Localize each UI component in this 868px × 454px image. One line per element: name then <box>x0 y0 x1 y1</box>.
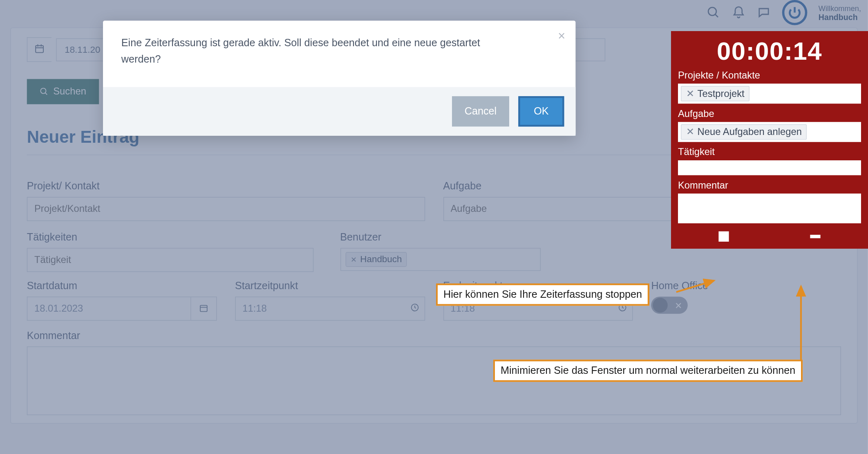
timer-project-input[interactable]: ✕ Testprojekt <box>678 83 861 103</box>
confirm-dialog: × Eine Zeiterfassung ist gerade aktiv. S… <box>103 20 575 135</box>
ok-button[interactable]: OK <box>518 96 564 126</box>
dialog-message: Eine Zeiterfassung ist gerade aktiv. Sol… <box>121 36 510 67</box>
timer-label-projects: Projekte / Kontakte <box>678 70 861 81</box>
timer-label-activity: Tätigkeit <box>678 146 861 158</box>
timer-project-tag-label: Testprojekt <box>698 88 745 99</box>
dialog-close-button[interactable]: × <box>558 29 565 43</box>
annotation-stop: Hier können Sie Ihre Zeiterfassung stopp… <box>436 283 649 306</box>
timer-activity-input[interactable] <box>678 160 861 175</box>
timer-task-input[interactable]: ✕ Neue Aufgaben anlegen <box>678 122 861 142</box>
timer-task-tag-label: Neue Aufgaben anlegen <box>698 126 802 138</box>
timer-display: 00:00:14 <box>678 37 861 65</box>
close-icon[interactable]: ✕ <box>686 88 694 99</box>
close-icon[interactable]: ✕ <box>686 126 694 138</box>
timer-label-task: Aufgabe <box>678 108 861 120</box>
cancel-button[interactable]: Cancel <box>452 96 509 126</box>
timer-task-tag[interactable]: ✕ Neue Aufgaben anlegen <box>681 124 807 140</box>
timer-stop-button[interactable] <box>718 231 729 242</box>
timer-project-tag[interactable]: ✕ Testprojekt <box>681 86 749 101</box>
annotation-minimize: Minimieren Sie das Fenster um normal wei… <box>493 360 803 382</box>
timer-label-comment: Kommentar <box>678 180 861 191</box>
timer-panel: 00:00:14 Projekte / Kontakte ✕ Testproje… <box>671 31 868 249</box>
timer-minimize-button[interactable] <box>810 235 820 238</box>
timer-comment-textarea[interactable] <box>678 193 861 223</box>
